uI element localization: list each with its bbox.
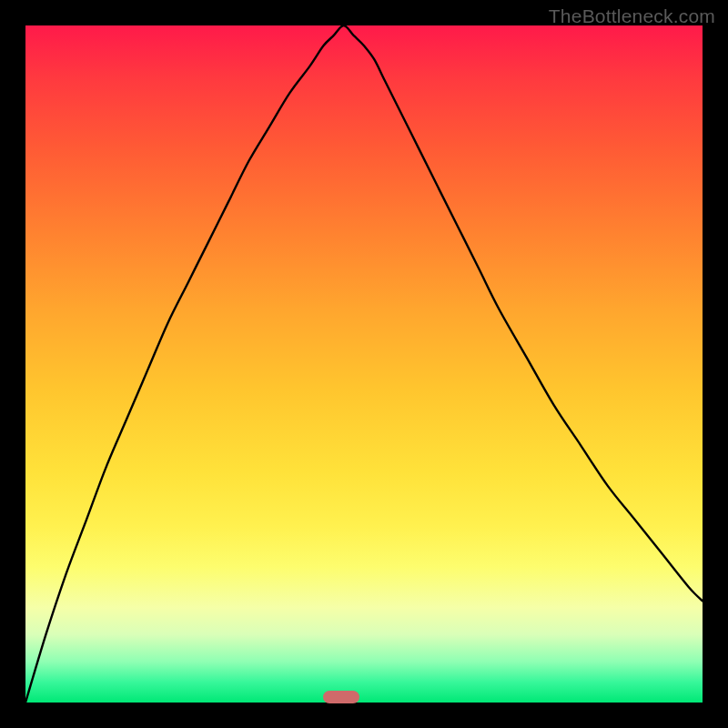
- plot-area: [25, 25, 703, 703]
- optimum-marker: [323, 691, 359, 703]
- watermark-text: TheBottleneck.com: [549, 5, 715, 27]
- curve-layer: [25, 25, 703, 703]
- chart-frame: TheBottleneck.com: [0, 0, 728, 728]
- bottleneck-curve: [25, 25, 703, 703]
